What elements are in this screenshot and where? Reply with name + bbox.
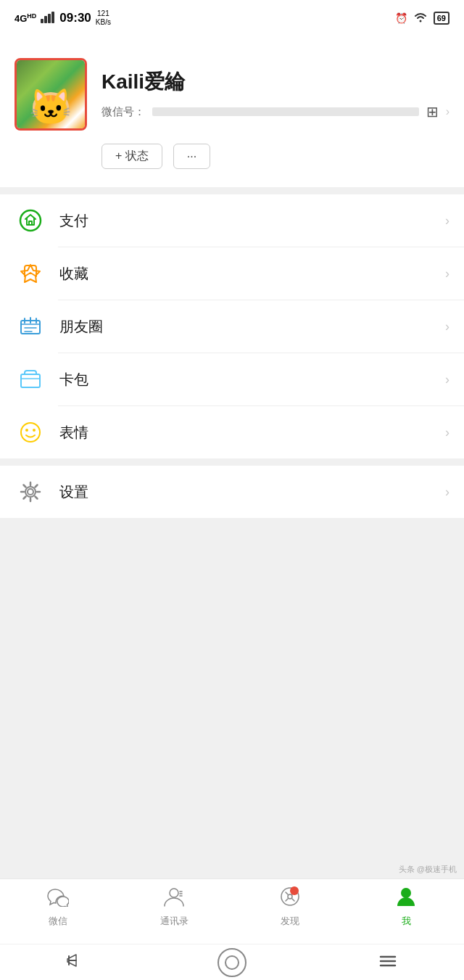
emoji-icon-wrap xyxy=(14,416,46,448)
svg-point-8 xyxy=(21,423,40,442)
menu-item-settings[interactable]: 设置 › xyxy=(0,466,464,518)
gray-area xyxy=(0,518,464,707)
menu-item-payment[interactable]: 支付 › xyxy=(0,194,464,247)
network-speed: 121KB/s xyxy=(96,9,111,27)
wallet-icon-wrap xyxy=(14,363,46,395)
settings-icon xyxy=(19,480,42,503)
moments-icon xyxy=(19,315,42,338)
status-right: ⏰ 69 xyxy=(395,12,450,25)
svg-point-11 xyxy=(28,489,33,495)
payment-label: 支付 xyxy=(59,211,445,231)
svg-point-10 xyxy=(33,429,36,432)
nav-item-contacts[interactable]: 通讯录 xyxy=(116,886,232,928)
menu-item-collection[interactable]: 收藏 › xyxy=(0,247,464,300)
status-bar: 4GHD 09:30 121KB/s ⏰ 69 xyxy=(0,0,464,36)
wifi-icon xyxy=(413,12,428,25)
profile-info: Kaili爱綸 微信号： ⊞ › xyxy=(102,68,450,120)
profile-wechat-id[interactable]: 微信号： ⊞ › xyxy=(102,103,450,120)
profile-actions: + 状态 ··· xyxy=(102,144,210,169)
section-divider-1 xyxy=(0,187,464,194)
collection-icon-wrap xyxy=(14,258,46,289)
payment-icon xyxy=(19,209,42,232)
emoji-icon xyxy=(19,421,42,444)
svg-rect-3 xyxy=(51,12,54,23)
battery-indicator: 69 xyxy=(434,12,450,25)
moments-chevron: › xyxy=(445,319,450,334)
wechat-id-value xyxy=(152,107,419,116)
profile-section: Kaili爱綸 微信号： ⊞ › + 状态 ··· xyxy=(0,36,464,187)
profile-chevron: › xyxy=(446,105,450,118)
qr-icon[interactable]: ⊞ xyxy=(426,103,439,120)
settings-chevron: › xyxy=(445,485,450,500)
svg-point-16 xyxy=(401,888,411,898)
profile-name: Kaili爱綸 xyxy=(102,68,450,96)
section-divider-2 xyxy=(0,458,464,466)
avatar[interactable] xyxy=(17,60,85,128)
menu-button[interactable] xyxy=(378,953,398,972)
settings-section: 设置 › xyxy=(0,466,464,518)
settings-label: 设置 xyxy=(59,482,445,502)
alarm-icon: ⏰ xyxy=(395,12,407,24)
profile-top: Kaili爱綸 微信号： ⊞ › xyxy=(14,58,450,131)
svg-rect-2 xyxy=(48,14,51,23)
more-button[interactable]: ··· xyxy=(173,144,210,169)
discover-badge xyxy=(290,886,299,895)
wechat-id-label: 微信号： xyxy=(102,105,145,119)
add-status-button[interactable]: + 状态 xyxy=(102,144,162,169)
settings-icon-wrap xyxy=(14,476,46,508)
nav-bar: 微信 通讯录 发现 xyxy=(0,878,464,944)
emoji-label: 表情 xyxy=(59,423,445,442)
watermark: 头条 @极速手机 xyxy=(399,864,457,875)
menu-item-moments[interactable]: 朋友圈 › xyxy=(0,300,464,353)
menu-section: 支付 › 收藏 › 朋友圈 › xyxy=(0,194,464,458)
svg-rect-7 xyxy=(21,374,40,387)
contacts-nav-icon xyxy=(163,886,185,912)
collection-icon xyxy=(19,262,42,285)
back-button[interactable] xyxy=(66,952,86,973)
svg-point-15 xyxy=(288,894,292,899)
contacts-nav-label: 通讯录 xyxy=(160,915,188,928)
nav-item-me[interactable]: 我 xyxy=(348,886,464,928)
discover-nav-label: 发现 xyxy=(281,915,299,928)
wechat-nav-icon xyxy=(47,886,69,912)
nav-item-discover[interactable]: 发现 xyxy=(232,886,348,928)
wechat-nav-label: 微信 xyxy=(49,915,67,928)
payment-icon-wrap xyxy=(14,205,46,236)
svg-rect-0 xyxy=(41,19,44,23)
svg-point-13 xyxy=(170,889,178,897)
wallet-label: 卡包 xyxy=(59,370,445,390)
status-left: 4GHD 09:30 121KB/s xyxy=(14,9,111,27)
svg-point-9 xyxy=(25,429,28,432)
svg-point-4 xyxy=(419,20,421,22)
wallet-icon xyxy=(19,368,42,391)
wallet-chevron: › xyxy=(445,372,450,387)
svg-rect-1 xyxy=(44,16,47,23)
system-bar xyxy=(0,944,464,980)
moments-icon-wrap xyxy=(14,310,46,342)
network-icon: 4GHD xyxy=(14,12,36,24)
collection-label: 收藏 xyxy=(59,264,445,284)
avatar-wrapper[interactable] xyxy=(14,58,87,131)
me-nav-label: 我 xyxy=(402,915,411,928)
bottom-area: 微信 通讯录 发现 xyxy=(0,878,464,980)
payment-chevron: › xyxy=(445,213,450,228)
me-nav-icon xyxy=(397,886,415,912)
status-time: 09:30 xyxy=(59,11,91,25)
menu-item-wallet[interactable]: 卡包 › xyxy=(0,353,464,405)
menu-item-emoji[interactable]: 表情 › xyxy=(0,406,464,458)
signal-bars xyxy=(41,12,55,25)
collection-chevron: › xyxy=(445,266,450,281)
emoji-chevron: › xyxy=(445,425,450,440)
home-button[interactable] xyxy=(218,948,246,977)
nav-item-wechat[interactable]: 微信 xyxy=(0,886,116,928)
moments-label: 朋友圈 xyxy=(59,317,445,337)
